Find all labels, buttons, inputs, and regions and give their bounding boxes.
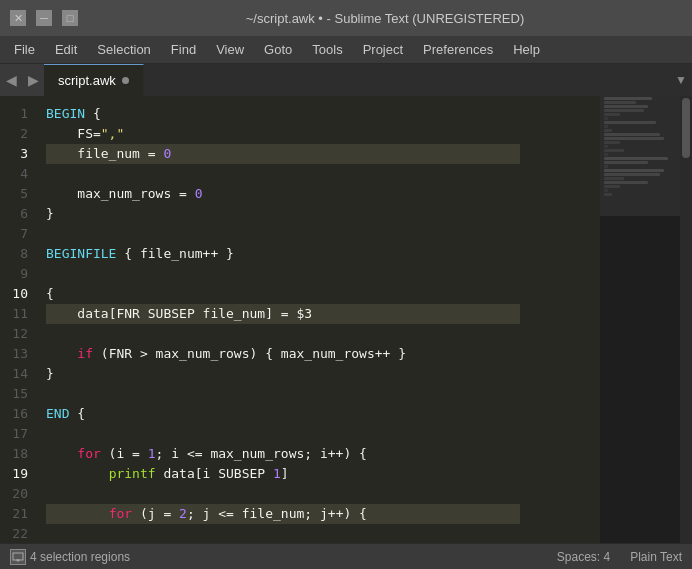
menu-edit[interactable]: Edit xyxy=(45,40,87,59)
menu-tools[interactable]: Tools xyxy=(302,40,352,59)
minimize-button[interactable]: ─ xyxy=(36,10,52,26)
line-numbers: 1 2 3 4 5 6 7 8 9 10 11 12 13 14 15 16 1… xyxy=(0,96,38,543)
minimap-line xyxy=(604,105,648,108)
menu-preferences[interactable]: Preferences xyxy=(413,40,503,59)
maximize-button[interactable]: □ xyxy=(62,10,78,26)
minimap-line xyxy=(604,169,664,172)
tab-script-awk[interactable]: script.awk xyxy=(44,64,144,96)
minimap-line xyxy=(604,157,668,160)
menu-selection[interactable]: Selection xyxy=(87,40,160,59)
line-number: 14 xyxy=(8,364,28,384)
minimap-line xyxy=(604,165,608,168)
minimap-line xyxy=(604,117,608,120)
minimap-line xyxy=(604,137,664,140)
line-number: 22 xyxy=(8,524,28,543)
close-button[interactable]: ✕ xyxy=(10,10,26,26)
tab-modified-dot xyxy=(122,77,129,84)
minimap[interactable] xyxy=(600,96,680,543)
syntax-text[interactable]: Plain Text xyxy=(630,550,682,564)
minimap-line xyxy=(604,153,608,156)
minimap-line xyxy=(604,185,620,188)
line-number: 16 xyxy=(8,404,28,424)
minimap-line xyxy=(604,129,612,132)
line-number: 4 xyxy=(8,164,28,184)
line-number: 7 xyxy=(8,224,28,244)
tab-bar: ◀ ▶ script.awk ▼ xyxy=(0,64,692,96)
tab-spacer xyxy=(144,64,670,96)
line-number: 13 xyxy=(8,344,28,364)
minimap-line xyxy=(604,161,648,164)
minimap-line xyxy=(604,125,608,128)
line-number: 6 xyxy=(8,204,28,224)
svg-rect-0 xyxy=(13,553,23,560)
line-number: 8 xyxy=(8,244,28,264)
line-number: 21 xyxy=(8,504,28,524)
minimap-line xyxy=(604,141,620,144)
tab-nav-right[interactable]: ▶ xyxy=(22,64,44,96)
line-number: 11 xyxy=(8,304,28,324)
line-number: 15 xyxy=(8,384,28,404)
vertical-scrollbar[interactable] xyxy=(680,96,692,543)
minimap-line xyxy=(604,109,644,112)
title-bar: ✕ ─ □ ~/script.awk • - Sublime Text (UNR… xyxy=(0,0,692,36)
menu-file[interactable]: File xyxy=(4,40,45,59)
minimap-line xyxy=(604,133,660,136)
scrollbar-thumb[interactable] xyxy=(682,98,690,158)
editor-area: 1 2 3 4 5 6 7 8 9 10 11 12 13 14 15 16 1… xyxy=(0,96,692,543)
spaces-text[interactable]: Spaces: 4 xyxy=(557,550,610,564)
selection-regions-text: 4 selection regions xyxy=(30,550,130,564)
minimap-line xyxy=(604,181,648,184)
line-number: 18 xyxy=(8,444,28,464)
status-bar-monitor-icon xyxy=(10,549,26,565)
menu-view[interactable]: View xyxy=(206,40,254,59)
line-number: 1 xyxy=(8,104,28,124)
minimap-line xyxy=(604,101,636,104)
line-number: 17 xyxy=(8,424,28,444)
tab-nav-left[interactable]: ◀ xyxy=(0,64,22,96)
tab-label: script.awk xyxy=(58,73,116,88)
minimap-line xyxy=(604,193,612,196)
menu-project[interactable]: Project xyxy=(353,40,413,59)
minimap-line xyxy=(604,145,608,148)
line-number: 10 xyxy=(8,284,28,304)
minimap-line xyxy=(604,113,620,116)
line-number: 12 xyxy=(8,324,28,344)
menu-goto[interactable]: Goto xyxy=(254,40,302,59)
line-number: 20 xyxy=(8,484,28,504)
minimap-line xyxy=(604,189,608,192)
code-content: BEGIN { FS="," file_num = 0 max_num_rows… xyxy=(46,104,600,543)
line-number: 5 xyxy=(8,184,28,204)
minimap-line xyxy=(604,149,624,152)
status-bar: 4 selection regions Spaces: 4 Plain Text xyxy=(0,543,692,569)
menu-help[interactable]: Help xyxy=(503,40,550,59)
line-number: 3 xyxy=(8,144,28,164)
monitor-icon xyxy=(12,552,24,562)
menu-bar: File Edit Selection Find View Goto Tools… xyxy=(0,36,692,64)
line-number: 2 xyxy=(8,124,28,144)
line-number: 19 xyxy=(8,464,28,484)
minimap-line xyxy=(604,177,624,180)
menu-find[interactable]: Find xyxy=(161,40,206,59)
tab-dropdown-button[interactable]: ▼ xyxy=(670,64,692,96)
minimap-line xyxy=(604,173,660,176)
minimap-line xyxy=(604,97,652,100)
window-title: ~/script.awk • - Sublime Text (UNREGISTE… xyxy=(88,11,682,26)
line-number: 9 xyxy=(8,264,28,284)
code-area[interactable]: BEGIN { FS="," file_num = 0 max_num_rows… xyxy=(38,96,600,543)
minimap-line xyxy=(604,121,656,124)
